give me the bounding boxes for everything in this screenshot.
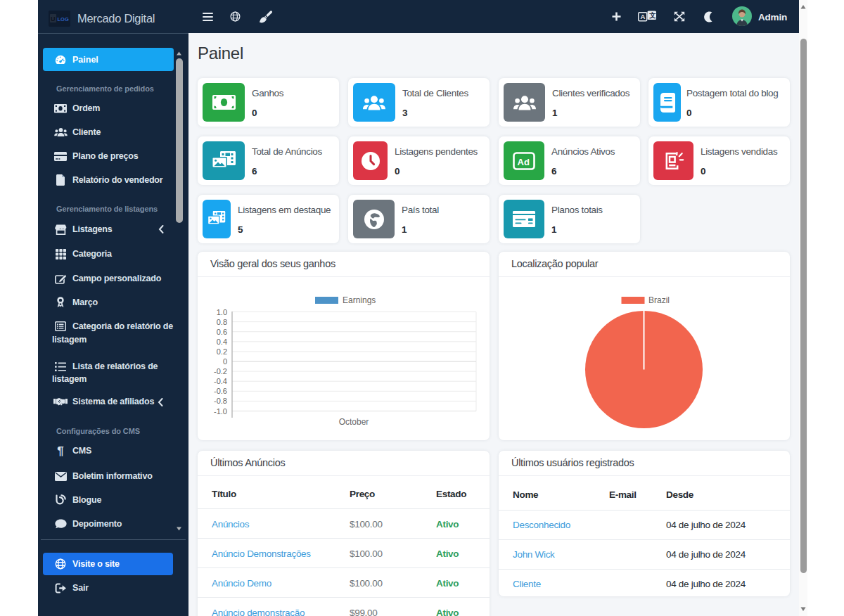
svg-text:-0.8: -0.8: [214, 397, 227, 405]
svg-text:Brazil: Brazil: [648, 295, 670, 305]
svg-text:0: 0: [223, 357, 227, 366]
svg-text:A: A: [641, 13, 646, 20]
svg-text:-0.6: -0.6: [214, 387, 227, 395]
svg-text:LOG: LOG: [58, 16, 69, 23]
svg-text:-1.0: -1.0: [214, 407, 227, 416]
svg-text:Earnings: Earnings: [343, 295, 376, 305]
svg-text:0.8: 0.8: [217, 318, 227, 326]
svg-text:0.6: 0.6: [217, 328, 227, 336]
svg-text:文: 文: [649, 11, 656, 19]
svg-text:1.0: 1.0: [217, 308, 227, 316]
svg-text:0.4: 0.4: [217, 338, 227, 346]
svg-text:-0.4: -0.4: [214, 377, 227, 385]
svg-text:0.2: 0.2: [217, 347, 227, 356]
svg-text:Ad: Ad: [518, 156, 530, 167]
svg-text:-0.2: -0.2: [214, 367, 227, 376]
svg-text:U: U: [51, 15, 56, 23]
svg-text:October: October: [339, 417, 369, 427]
